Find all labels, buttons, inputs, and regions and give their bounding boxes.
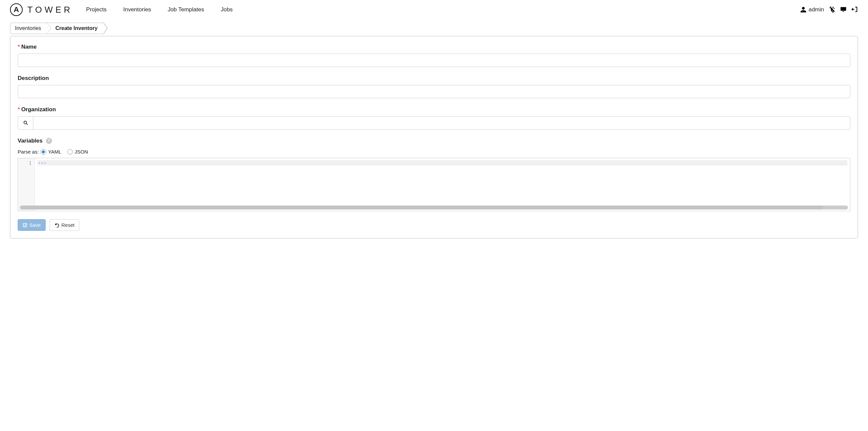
scrollbar-thumb[interactable]	[20, 205, 823, 209]
radio-json[interactable]	[67, 149, 73, 155]
organization-label-text: Organization	[21, 106, 56, 113]
reset-label: Reset	[61, 222, 74, 228]
field-name: * Name	[18, 44, 850, 67]
breadcrumb-container: Inventories Create Inventory	[0, 19, 868, 36]
editor-scrollbar[interactable]	[20, 205, 848, 209]
logout-icon[interactable]	[851, 6, 858, 14]
check-icon	[23, 223, 27, 228]
nav-jobs[interactable]: Jobs	[221, 6, 232, 13]
save-label: Save	[29, 222, 41, 228]
organization-label: * Organization	[18, 106, 850, 113]
help-icon[interactable]: ?	[46, 138, 52, 144]
save-button[interactable]: Save	[18, 219, 46, 231]
top-header: A TOWER Projects Inventories Job Templat…	[0, 0, 868, 19]
svg-rect-1	[843, 11, 844, 12]
variables-label: Variables ?	[18, 138, 850, 144]
user-icon	[800, 6, 807, 13]
variables-editor[interactable]: 1 ---	[18, 158, 850, 211]
breadcrumb-create-inventory: Create Inventory	[47, 23, 104, 34]
editor-gutter: 1	[18, 158, 35, 211]
field-description: Description	[18, 75, 850, 98]
breadcrumb-inventories[interactable]: Inventories	[10, 23, 47, 34]
nav-inventories[interactable]: Inventories	[123, 6, 151, 13]
main-nav: Projects Inventories Job Templates Jobs	[86, 6, 232, 13]
header-right: admin	[800, 6, 858, 14]
field-organization: * Organization	[18, 106, 850, 130]
brand-mark: A	[10, 3, 23, 16]
editor-content: ---	[37, 160, 847, 166]
radio-yaml[interactable]	[41, 149, 46, 155]
user-label: admin	[809, 6, 824, 13]
monitor-icon[interactable]	[840, 6, 847, 14]
name-input[interactable]	[18, 54, 850, 67]
brand-logo: A TOWER	[10, 3, 73, 16]
search-icon	[23, 120, 28, 126]
settings-icon[interactable]	[829, 6, 835, 14]
svg-rect-0	[841, 7, 846, 11]
name-label: * Name	[18, 44, 850, 50]
brand-name: TOWER	[27, 5, 73, 15]
form-panel: * Name Description * Organization Variab…	[10, 36, 858, 238]
description-label-text: Description	[18, 75, 49, 81]
organization-input[interactable]	[33, 116, 850, 130]
radio-json-label: JSON	[75, 149, 88, 155]
required-marker: *	[18, 106, 20, 113]
svg-point-2	[24, 121, 26, 124]
radio-yaml-label: YAML	[48, 149, 61, 155]
field-variables: Variables ? Parse as: YAML JSON 1 ---	[18, 138, 850, 211]
editor-body[interactable]: ---	[35, 158, 850, 211]
nav-job-templates[interactable]: Job Templates	[168, 6, 204, 13]
name-label-text: Name	[21, 44, 37, 50]
parse-as-label: Parse as:	[18, 149, 39, 155]
organization-search-button[interactable]	[18, 116, 33, 130]
description-input[interactable]	[18, 85, 850, 98]
svg-line-3	[26, 124, 28, 125]
undo-icon	[55, 223, 59, 228]
line-number: 1	[29, 160, 32, 166]
reset-button[interactable]: Reset	[50, 219, 79, 231]
variables-label-text: Variables	[18, 138, 43, 144]
description-label: Description	[18, 75, 850, 81]
organization-lookup	[18, 116, 850, 130]
required-marker: *	[18, 44, 20, 50]
parse-as-row: Parse as: YAML JSON	[18, 149, 850, 155]
breadcrumb: Inventories Create Inventory	[10, 23, 104, 34]
current-user[interactable]: admin	[800, 6, 824, 13]
nav-projects[interactable]: Projects	[86, 6, 106, 13]
button-row: Save Reset	[18, 219, 850, 231]
